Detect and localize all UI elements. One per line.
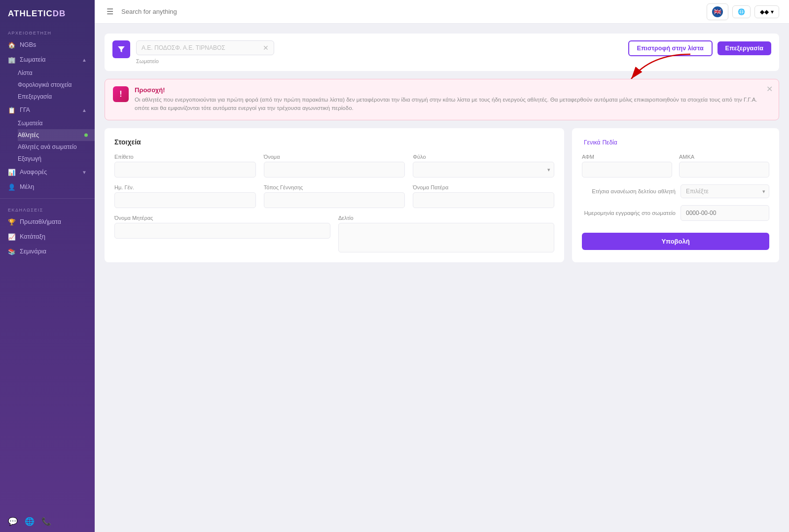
onoma-input[interactable]: [264, 162, 405, 177]
logo-text: ATHLETICDB: [8, 9, 66, 19]
sidebar-item-label: Εξαγωγή: [18, 155, 41, 162]
afm-input[interactable]: [582, 162, 672, 177]
hm-gen-label: Ημ. Γέν.: [114, 184, 256, 190]
topos-input[interactable]: [264, 192, 405, 208]
onoma-miteras-input[interactable]: [114, 223, 330, 239]
search-wrap: [121, 8, 368, 15]
genika-title: ΓενικάΠεδία: [582, 138, 769, 146]
return-button[interactable]: Επιστροφή στην λίστα: [628, 40, 713, 56]
sidebar-item-meli[interactable]: 👤 Μέλη: [0, 179, 95, 194]
sidebar-item-label: ΓΓΑ: [20, 106, 30, 113]
user-icon: ◆◆: [760, 8, 769, 15]
building-icon: 🏢: [8, 56, 16, 64]
sidebar-item-label: Αθλητές: [18, 132, 39, 139]
onoma-patera-label: Όνομα Πατέρα: [413, 184, 554, 190]
onoma-patera-input[interactable]: [413, 192, 554, 208]
fylo-select[interactable]: [413, 162, 554, 177]
sidebar-item-label: Μέλη: [20, 183, 34, 190]
sidebar-item-label: Κατάταξη: [20, 233, 45, 240]
sidebar-item-epexergasia[interactable]: Επεξεργασία: [18, 91, 95, 103]
sidebar-item-gga[interactable]: 📋 ΓΓΑ ▲: [0, 103, 95, 117]
book-icon: 📚: [8, 248, 16, 255]
alert-icon: !: [113, 86, 129, 102]
renewal-label: Ετήσια ανανέωση δελτίου αθλητή: [582, 188, 676, 194]
date-label: Ημερομηνία εγγραφής στο σωματείο: [582, 210, 676, 216]
sidebar-item-label: Επεξεργασία: [18, 93, 52, 100]
epitheto-group: Επίθετο: [114, 154, 256, 177]
topos-group: Τόπος Γέννησης: [264, 184, 405, 208]
menu-button[interactable]: ☰: [105, 5, 115, 18]
afm-label: ΑΦΜ: [582, 154, 672, 160]
sidebar-item-label: Σωματεία: [18, 120, 42, 127]
sidebar-item-forologika[interactable]: Φορολογικά στοιχεία: [18, 79, 95, 91]
sidebar-bottom: 💬 🌐 📞: [0, 511, 95, 532]
sidebar-item-label: Αναφορές: [20, 169, 47, 176]
content-area: Α.Ε. ΠΟΔΟΣΦ. Α.Ε. ΤΙΡΝΑΒΟΣ ✕ Σωματείο Επ…: [95, 24, 789, 532]
sidebar-divider: [0, 198, 95, 199]
sidebar-item-seminaria[interactable]: 📚 Σεμινάρια: [0, 244, 95, 259]
home-icon: 🏠: [8, 41, 16, 49]
deltio-textarea[interactable]: [338, 223, 554, 252]
sidebar-item-athletes-swmateio[interactable]: Αθλητές ανά σωματείο: [18, 141, 95, 153]
deltio-group: Δελτίο: [338, 215, 554, 252]
globe-icon[interactable]: 🌐: [25, 517, 35, 526]
hm-gen-group: Ημ. Γέν.: [114, 184, 256, 208]
globe-button[interactable]: 🌐: [732, 5, 751, 18]
filter-left: Α.Ε. ΠΟΔΟΣΦ. Α.Ε. ΤΙΡΝΑΒΟΣ ✕ Σωματείο: [112, 40, 274, 64]
sidebar-item-swmateía-gga[interactable]: Σωματεία: [18, 117, 95, 129]
sidebar-item-swmateía[interactable]: 🏢 Σωματεία ▲: [0, 52, 95, 67]
edit-button[interactable]: Επεξεργασία: [717, 41, 771, 55]
renewal-select[interactable]: Επιλέξτε Ναι Όχι: [681, 184, 769, 198]
sidebar-item-label: Λίστα: [18, 70, 33, 76]
sidebar-item-anafores[interactable]: 📊 Αναφορές ▼: [0, 165, 95, 179]
genika-card: ΓενικάΠεδία ΑΦΜ ΑΜΚΑ Ετήσια ανανέωση δελ…: [572, 128, 779, 262]
alert-title: Προσοχή!: [135, 86, 771, 94]
alert-close-button[interactable]: ✕: [766, 84, 773, 94]
sidebar-item-lista[interactable]: Λίστα: [18, 67, 95, 79]
sidebar: ATHLETICDB ΑΡΧΕΙΟΘΕΤΗΣΗ 🏠 NGBs 🏢 Σωματεί…: [0, 0, 95, 532]
submit-button[interactable]: Υποβολή: [582, 233, 769, 250]
user-menu-button[interactable]: ◆◆ ▾: [754, 5, 779, 18]
exclamation-icon: !: [119, 90, 122, 99]
genika-grid: ΑΦΜ ΑΜΚΑ: [582, 154, 769, 177]
date-input[interactable]: [681, 205, 769, 221]
main-content: ☰ 🇬🇧 🌐 ◆◆ ▾: [95, 0, 789, 532]
filter-actions: Επιστροφή στην λίστα Επεξεργασία: [628, 40, 771, 56]
sidebar-item-athletes[interactable]: Αθλητές: [18, 129, 95, 141]
afm-group: ΑΦΜ: [582, 154, 672, 177]
phone-icon[interactable]: 📞: [41, 517, 51, 526]
hm-gen-input[interactable]: [114, 192, 256, 208]
trophy-icon: 🏆: [8, 218, 16, 226]
amka-label: ΑΜΚΑ: [679, 154, 769, 160]
alert-content: Προσοχή! Οι αθλητές που ενεργοποιούνται …: [135, 86, 771, 113]
sidebar-sub-gga: Σωματεία Αθλητές Αθλητές ανά σωματείο Εξ…: [0, 117, 95, 165]
chat-icon[interactable]: 💬: [8, 517, 18, 526]
sidebar-item-label: Σωματεία: [20, 56, 45, 63]
renewal-row: Ετήσια ανανέωση δελτίου αθλητή Επιλέξτε …: [582, 184, 769, 198]
amka-input[interactable]: [679, 162, 769, 177]
sidebar-item-label: Πρωταθλήματα: [20, 218, 61, 225]
language-button[interactable]: 🇬🇧: [707, 3, 728, 20]
header-actions: 🇬🇧 🌐 ◆◆ ▾: [707, 3, 779, 20]
stoixeia-card: Στοιχεία Επίθετο Όνομα Φύλο: [105, 128, 564, 262]
alert-card: ! Προσοχή! Οι αθλητές που ενεργοποιούντα…: [105, 79, 779, 120]
fylo-label: Φύλο: [413, 154, 554, 160]
sidebar-item-prwt[interactable]: 🏆 Πρωταθλήματα: [0, 214, 95, 229]
filter-select-box[interactable]: Α.Ε. ΠΟΔΟΣΦ. Α.Ε. ΤΙΡΝΑΒΟΣ ✕: [136, 40, 274, 55]
fylo-group: Φύλο: [413, 154, 554, 177]
clipboard-icon: 📋: [8, 106, 16, 114]
logo: ATHLETICDB: [0, 0, 95, 26]
filter-label: Σωματείο: [136, 58, 274, 64]
sidebar-item-katataxi[interactable]: 📈 Κατάταξη: [0, 229, 95, 244]
flag-icon: 🇬🇧: [712, 6, 723, 17]
onoma-miteras-group: Όνομα Μητέρας: [114, 215, 330, 252]
filter-select-clear[interactable]: ✕: [263, 44, 269, 52]
epitheto-input[interactable]: [114, 162, 256, 177]
filter-select-row: Α.Ε. ΠΟΔΟΣΦ. Α.Ε. ΤΙΡΝΑΒΟΣ ✕: [136, 40, 274, 55]
sidebar-item-label: Φορολογικά στοιχεία: [18, 81, 72, 88]
sidebar-item-label: Σεμινάρια: [20, 248, 46, 255]
sidebar-item-ngbs[interactable]: 🏠 NGBs: [0, 37, 95, 52]
person-icon: 👤: [8, 183, 16, 191]
search-input[interactable]: [121, 8, 368, 15]
sidebar-item-export[interactable]: Εξαγωγή: [18, 153, 95, 165]
